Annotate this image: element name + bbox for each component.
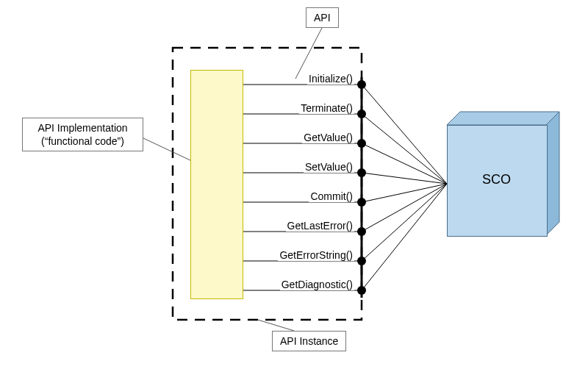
api-port-dot [357,286,366,295]
api-method-label: Terminate() [299,102,354,114]
api-port-dot [357,80,366,89]
api-method-label: GetDiagnostic() [280,279,354,290]
svg-line-19 [362,184,447,261]
api-port-dot [357,139,366,148]
svg-line-1 [295,28,322,79]
api-label-box: API [306,7,339,28]
api-method-label: GetLastError() [286,220,354,232]
api-method-label: Initialize() [307,73,354,85]
svg-line-15 [362,143,447,184]
svg-line-3 [258,320,294,331]
api-impl-line1: API Implementation [37,122,127,134]
api-method-label: SetValue() [304,161,354,173]
api-port-dot [357,168,366,177]
api-method-label: GetValue() [302,132,354,143]
sco-label: SCO [447,172,546,187]
svg-marker-21 [447,112,559,125]
api-port-dot [357,110,366,118]
api-instance-label-text: API Instance [280,335,338,347]
api-implementation-label-box: API Implementation (“functional code”) [22,118,143,151]
api-impl-line2: (“functional code”) [41,135,124,147]
api-port-dot [357,227,366,236]
svg-marker-22 [546,112,559,235]
api-port-dot [357,198,366,207]
api-port-dot [357,257,366,265]
svg-line-13 [362,85,447,184]
api-method-label: Commit() [309,190,354,202]
api-instance-label-box: API Instance [272,331,346,351]
svg-line-14 [362,114,447,184]
api-label-text: API [314,12,331,24]
svg-line-18 [362,184,447,232]
api-implementation-block [190,70,243,299]
api-method-label: GetErrorString() [278,249,354,261]
diagram-stage: { "labels": { "api": "API", "api_impl_li… [0,0,588,369]
svg-line-16 [362,173,447,184]
